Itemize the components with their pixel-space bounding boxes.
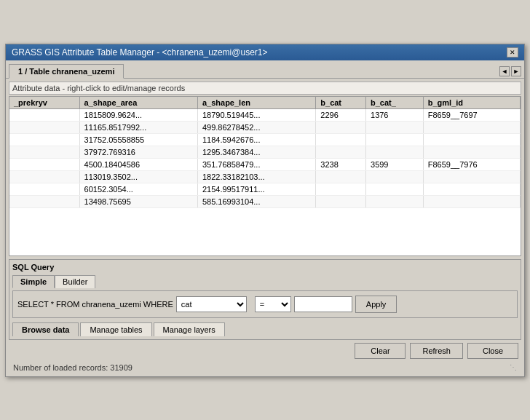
table-cell: 11165.8517992...	[79, 121, 197, 133]
col-header-shape-len: a_shape_len	[197, 97, 315, 109]
table-cell: 113019.3502...	[79, 170, 197, 183]
apply-button[interactable]: Apply	[355, 296, 398, 313]
table-cell: 1822.33182103...	[197, 170, 315, 183]
sql-query-row: SELECT * FROM chranena_uzemi WHERE cata_…	[17, 296, 513, 313]
table-cell	[423, 170, 520, 183]
table-cell: 2296	[316, 108, 366, 121]
table-tab[interactable]: 1 / Table chranena_uzemi	[9, 64, 124, 79]
table-row[interactable]: 113019.3502...1822.33182103...	[9, 170, 521, 183]
table-cell	[316, 121, 366, 133]
table-row[interactable]: 13498.75695585.16993104...	[9, 195, 521, 207]
table-row[interactable]: 60152.3054...2154.99517911...	[9, 183, 521, 195]
table-row[interactable]: 37972.7693161295.3467384...	[9, 146, 521, 158]
table-cell: F8659__7697	[423, 108, 520, 121]
col-header-bcat2: b_cat_	[366, 97, 424, 109]
status-text: Number of loaded records: 31909	[13, 363, 132, 372]
col-header-prekryv: _prekryv	[9, 97, 79, 109]
table-cell: 499.86278452...	[197, 121, 315, 133]
table-cell: 31752.05558855	[79, 133, 197, 146]
refresh-button[interactable]: Refresh	[410, 343, 463, 359]
bottom-buttons: Clear Refresh Close	[9, 340, 521, 362]
attribute-label: Attribute data - right-click to edit/man…	[9, 82, 521, 95]
table-cell	[423, 121, 520, 133]
table-cell	[316, 133, 366, 146]
col-header-bcat: b_cat	[316, 97, 366, 109]
table-cell	[316, 183, 366, 195]
table-row[interactable]: 4500.18404586351.76858479...32383599F865…	[9, 158, 521, 170]
sql-query-prefix: SELECT * FROM chranena_uzemi WHERE	[17, 300, 173, 309]
table-cell: 60152.3054...	[79, 183, 197, 195]
table-cell	[423, 195, 520, 207]
table-row[interactable]: 31752.055588551184.5942676...	[9, 133, 521, 146]
sql-field-select[interactable]: cata_shape_areaa_shape_lenb_catb_cat_b_g…	[176, 296, 247, 312]
table-cell: 1815809.9624...	[79, 108, 197, 121]
sql-operator-select[interactable]: =<><=>=!=LIKE	[255, 296, 291, 312]
table-cell	[366, 183, 424, 195]
sql-value-input[interactable]	[294, 296, 352, 312]
table-cell	[316, 195, 366, 207]
sql-tabs: Simple Builder	[12, 274, 518, 288]
table-cell: 13498.75695	[79, 195, 197, 207]
window-title: GRASS GIS Attribute Table Manager - <chr…	[12, 47, 267, 58]
table-row[interactable]: 11165.8517992...499.86278452...	[9, 121, 521, 133]
main-window: GRASS GIS Attribute Table Manager - <chr…	[5, 44, 525, 377]
tab-manage-layers[interactable]: Manage layers	[154, 322, 225, 336]
close-window-button[interactable]: ✕	[507, 47, 518, 58]
table-cell	[316, 170, 366, 183]
sql-section-title: SQL Query	[12, 263, 518, 272]
tab-next-button[interactable]: ►	[511, 66, 521, 76]
sql-section: SQL Query Simple Builder SELECT * FROM c…	[9, 259, 521, 340]
tab-navigation: ◄ ►	[499, 66, 524, 78]
title-bar: GRASS GIS Attribute Table Manager - <chr…	[6, 44, 524, 60]
table-cell: F8659__7976	[423, 158, 520, 170]
table-cell: 2154.99517911...	[197, 183, 315, 195]
table-cell: 3238	[316, 158, 366, 170]
table-cell	[9, 183, 79, 195]
table-cell: 4500.18404586	[79, 158, 197, 170]
table-cell	[9, 108, 79, 121]
tab-manage-tables[interactable]: Manage tables	[80, 322, 151, 336]
tab-browse-data[interactable]: Browse data	[12, 322, 79, 336]
table-cell	[316, 146, 366, 158]
main-content: Attribute data - right-click to edit/man…	[6, 79, 524, 376]
col-header-shape-area: a_shape_area	[79, 97, 197, 109]
sql-tab-builder[interactable]: Builder	[55, 275, 95, 288]
tab-bar: 1 / Table chranena_uzemi ◄ ►	[6, 60, 524, 79]
sql-tab-simple[interactable]: Simple	[12, 275, 55, 288]
table-cell	[366, 170, 424, 183]
status-bar: Number of loaded records: 31909 ⋱	[9, 362, 521, 373]
table-cell	[9, 170, 79, 183]
table-cell	[423, 146, 520, 158]
table-cell: 1184.5942676...	[197, 133, 315, 146]
table-cell: 18790.519445...	[197, 108, 315, 121]
table-cell	[423, 183, 520, 195]
table-cell	[9, 121, 79, 133]
col-header-bgmlid: b_gml_id	[423, 97, 520, 109]
resize-grip: ⋱	[510, 363, 517, 371]
table-cell	[9, 133, 79, 146]
table-cell: 37972.769316	[79, 146, 197, 158]
table-cell	[9, 146, 79, 158]
tab-prev-button[interactable]: ◄	[499, 66, 510, 76]
table-cell: 351.76858479...	[197, 158, 315, 170]
table-cell: 585.16993104...	[197, 195, 315, 207]
sql-op-label	[250, 300, 252, 309]
table-header-row: _prekryv a_shape_area a_shape_len b_cat …	[9, 97, 521, 109]
table-cell	[366, 146, 424, 158]
table-cell: 1295.3467384...	[197, 146, 315, 158]
table-cell	[366, 195, 424, 207]
clear-button[interactable]: Clear	[355, 343, 406, 359]
sql-tab-content: SELECT * FROM chranena_uzemi WHERE cata_…	[12, 290, 518, 318]
close-button[interactable]: Close	[467, 343, 518, 359]
bottom-tabs: Browse data Manage tables Manage layers	[12, 322, 518, 336]
title-bar-buttons: ✕	[507, 47, 518, 58]
table-cell	[366, 121, 424, 133]
table-cell: 3599	[366, 158, 424, 170]
table-cell	[9, 195, 79, 207]
table-cell	[366, 133, 424, 146]
table-cell	[423, 133, 520, 146]
attribute-table[interactable]: _prekryv a_shape_area a_shape_len b_cat …	[9, 96, 521, 256]
table-row[interactable]: 1815809.9624...18790.519445...22961376F8…	[9, 108, 521, 121]
table-cell: 1376	[366, 108, 424, 121]
table-cell	[9, 158, 79, 170]
